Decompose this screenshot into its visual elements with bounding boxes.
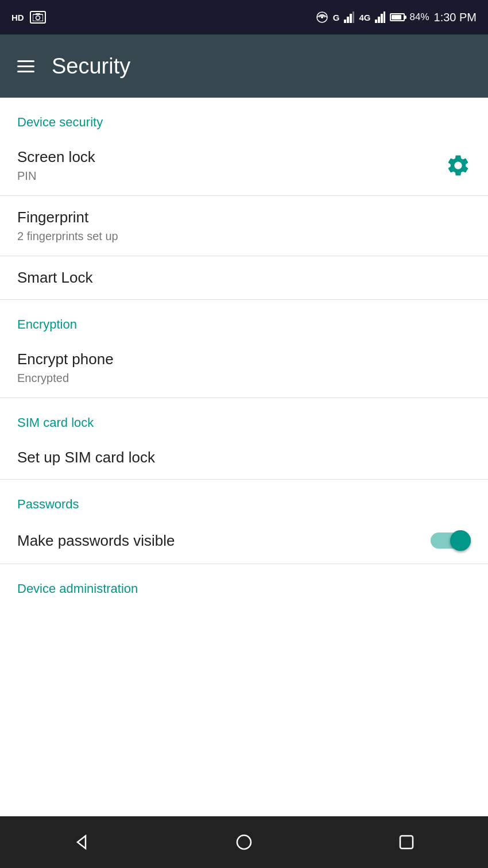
svg-rect-15 <box>400 836 413 848</box>
settings-item-smart-lock[interactable]: Smart Lock <box>0 256 488 300</box>
toggle-thumb <box>450 530 471 551</box>
passwords-visible-title: Make passwords visible <box>17 532 175 550</box>
page-title: Security <box>52 54 130 79</box>
settings-item-passwords-visible[interactable]: Make passwords visible <box>0 518 488 564</box>
section-header-passwords: Passwords <box>0 480 488 518</box>
svg-rect-12 <box>384 11 385 23</box>
fingerprint-subtitle: 2 fingerprints set up <box>17 230 118 243</box>
section-header-device-security: Device security <box>0 98 488 136</box>
fingerprint-text: Fingerprint 2 fingerprints set up <box>17 209 118 243</box>
svg-rect-8 <box>353 11 354 23</box>
encrypt-phone-title: Encrypt phone <box>17 350 114 368</box>
passwords-visible-toggle[interactable] <box>431 530 471 551</box>
battery-label: 84% <box>409 11 429 23</box>
section-encryption: Encryption Encrypt phone Encrypted <box>0 300 488 398</box>
svg-rect-2 <box>36 13 40 15</box>
main-content: Device security Screen lock PIN Fingerpr… <box>0 98 488 816</box>
svg-rect-9 <box>375 20 377 23</box>
sim-lock-text: Set up SIM card lock <box>17 449 155 466</box>
svg-rect-10 <box>378 17 380 23</box>
section-header-sim-lock: SIM card lock <box>0 398 488 436</box>
status-bar: HD G 4G <box>0 0 488 34</box>
toolbar: Security <box>0 34 488 98</box>
signal-4g-label: 4G <box>359 13 370 22</box>
hamburger-icon[interactable] <box>17 60 34 72</box>
signal-bars-1 <box>344 11 354 23</box>
settings-item-encrypt-phone[interactable]: Encrypt phone Encrypted <box>0 338 488 398</box>
fingerprint-title: Fingerprint <box>17 209 118 226</box>
svg-point-14 <box>237 835 251 849</box>
status-bar-left: HD <box>11 11 46 24</box>
smart-lock-text: Smart Lock <box>17 269 93 287</box>
back-button[interactable] <box>64 825 99 859</box>
home-button[interactable] <box>227 825 261 859</box>
battery-icon <box>390 13 405 21</box>
status-bar-right: G 4G 84% 1:30 PM <box>316 11 477 24</box>
section-device-administration: Device administration <box>0 564 488 602</box>
svg-point-4 <box>321 16 323 18</box>
section-header-encryption: Encryption <box>0 300 488 338</box>
time-label: 1:30 PM <box>434 11 477 24</box>
svg-rect-11 <box>381 14 383 23</box>
settings-item-screen-lock[interactable]: Screen lock PIN <box>0 136 488 196</box>
section-passwords: Passwords Make passwords visible <box>0 480 488 564</box>
section-sim-card-lock: SIM card lock Set up SIM card lock <box>0 398 488 480</box>
photo-icon <box>30 11 46 24</box>
signal-bars-2 <box>375 11 385 23</box>
wifi-icon <box>316 11 328 24</box>
sim-lock-title: Set up SIM card lock <box>17 449 155 466</box>
gear-icon[interactable] <box>446 153 471 178</box>
encrypt-phone-text: Encrypt phone Encrypted <box>17 350 114 385</box>
svg-rect-6 <box>347 17 349 23</box>
settings-item-fingerprint[interactable]: Fingerprint 2 fingerprints set up <box>0 196 488 256</box>
settings-item-sim-lock[interactable]: Set up SIM card lock <box>0 436 488 480</box>
section-device-security: Device security Screen lock PIN Fingerpr… <box>0 98 488 300</box>
svg-rect-5 <box>344 20 346 23</box>
screen-lock-text: Screen lock PIN <box>17 148 95 183</box>
passwords-visible-text: Make passwords visible <box>17 532 175 550</box>
screen-lock-title: Screen lock <box>17 148 95 166</box>
hd-label: HD <box>11 13 24 22</box>
bottom-nav <box>0 816 488 868</box>
recents-button[interactable] <box>389 825 424 859</box>
svg-marker-13 <box>78 836 86 848</box>
signal-g-label: G <box>333 13 340 22</box>
smart-lock-title: Smart Lock <box>17 269 93 287</box>
encrypt-phone-subtitle: Encrypted <box>17 372 114 385</box>
screen-lock-subtitle: PIN <box>17 169 95 183</box>
svg-rect-7 <box>350 14 352 23</box>
section-header-device-admin: Device administration <box>0 564 488 602</box>
svg-point-1 <box>36 16 40 20</box>
